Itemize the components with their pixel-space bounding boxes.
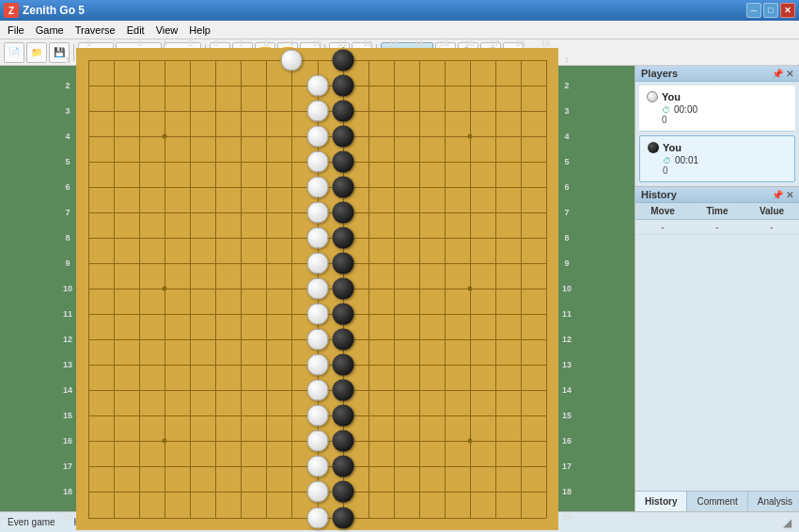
v-line-17 bbox=[521, 60, 522, 518]
col-time: Time bbox=[690, 205, 744, 217]
menu-traverse[interactable]: Traverse bbox=[70, 23, 121, 38]
star-point bbox=[163, 439, 167, 444]
white-stone-1-9 bbox=[281, 49, 303, 70]
coord-top-7: 7 bbox=[228, 39, 254, 48]
history-pin[interactable]: 📌 ✕ bbox=[772, 190, 793, 200]
bottom-tabs: History Comment Analysis bbox=[635, 491, 799, 511]
white-stone-14-10 bbox=[306, 380, 328, 401]
player2-time: 00:01 bbox=[675, 155, 698, 165]
player1-time: 00:00 bbox=[674, 104, 697, 115]
white-stone-4-10 bbox=[306, 125, 328, 147]
board-row: 1 2 3 4 5 6 7 8 9 10 11 12 13 14 15 16 1 bbox=[59, 48, 575, 530]
white-stone-11-10 bbox=[306, 304, 328, 325]
v-line-16 bbox=[495, 60, 496, 518]
board-container: 1 2 3 4 5 6 7 8 9 10 11 12 13 14 15 16 1… bbox=[0, 66, 634, 511]
col-value: Value bbox=[744, 205, 799, 217]
v-line-12 bbox=[394, 60, 395, 518]
player1-card: You ⏱ 00:00 0 bbox=[639, 86, 795, 132]
maximize-button[interactable]: □ bbox=[763, 3, 778, 18]
black-stone-3-11 bbox=[332, 100, 353, 121]
white-stone-15-10 bbox=[306, 405, 328, 427]
star-point bbox=[163, 133, 167, 138]
player2-time-row: ⏱ 00:01 bbox=[663, 155, 787, 165]
player1-name-row: You bbox=[647, 91, 788, 102]
title-bar: Z Zenith Go 5 ─ □ ✕ bbox=[0, 0, 799, 21]
coord-top-13: 13 bbox=[381, 39, 406, 48]
main-area: 1 2 3 4 5 6 7 8 9 10 11 12 13 14 15 16 1… bbox=[0, 66, 799, 511]
black-stone-10-11 bbox=[332, 278, 353, 300]
white-stone-5-10 bbox=[306, 150, 328, 172]
tab-analysis[interactable]: Analysis bbox=[748, 492, 799, 511]
white-stone-16-10 bbox=[306, 430, 328, 452]
black-stone-4-11 bbox=[332, 125, 353, 147]
player2-captures: 0 bbox=[663, 165, 787, 176]
black-stone-18-11 bbox=[332, 481, 353, 503]
players-pin[interactable]: 📌 ✕ bbox=[772, 69, 793, 79]
star-point bbox=[163, 287, 167, 291]
black-stone-2-11 bbox=[332, 74, 353, 96]
player2-card: You ⏱ 00:01 0 bbox=[639, 135, 795, 182]
minimize-button[interactable]: ─ bbox=[746, 3, 761, 18]
clock-icon-1: ⏱ bbox=[662, 105, 670, 115]
white-stone-7-10 bbox=[306, 201, 328, 223]
white-stone-8-10 bbox=[306, 227, 328, 248]
tab-history[interactable]: History bbox=[635, 492, 687, 511]
app-icon: Z bbox=[4, 3, 19, 18]
coord-top-11: 11 bbox=[330, 39, 355, 48]
player2-stone-icon bbox=[648, 142, 659, 153]
coord-top-10: 10 bbox=[305, 39, 330, 48]
white-stone-19-10 bbox=[306, 507, 328, 528]
coord-top-4: 4 bbox=[152, 39, 178, 48]
menu-view[interactable]: View bbox=[150, 23, 184, 38]
player1-captures: 0 bbox=[662, 115, 788, 125]
menu-game[interactable]: Game bbox=[30, 23, 70, 38]
history-header: History 📌 ✕ bbox=[635, 187, 799, 203]
star-point bbox=[467, 133, 472, 138]
black-stone-9-11 bbox=[332, 252, 353, 274]
white-stone-10-10 bbox=[306, 278, 328, 300]
menu-file[interactable]: File bbox=[2, 23, 30, 38]
players-panel: Players 📌 ✕ You ⏱ 00:00 0 You bbox=[635, 66, 799, 186]
white-stone-18-10 bbox=[306, 481, 328, 503]
black-stone-17-11 bbox=[332, 456, 353, 477]
history-time-0: - bbox=[690, 222, 744, 232]
white-stone-12-10 bbox=[306, 329, 328, 351]
history-header-row: Move Time Value bbox=[635, 203, 799, 220]
coord-top-12: 12 bbox=[355, 39, 381, 48]
v-line-11 bbox=[368, 60, 369, 518]
coord-top-5: 5 bbox=[178, 39, 203, 48]
right-panel: Players 📌 ✕ You ⏱ 00:00 0 You bbox=[634, 66, 799, 511]
black-stone-14-11 bbox=[332, 380, 353, 401]
tab-comment[interactable]: Comment bbox=[687, 492, 747, 511]
go-board[interactable] bbox=[76, 48, 558, 530]
player1-stone-icon bbox=[647, 91, 658, 102]
white-stone-17-10 bbox=[306, 456, 328, 477]
clock-icon-2: ⏱ bbox=[663, 156, 671, 165]
open-button[interactable]: 📁 bbox=[26, 42, 47, 63]
col-move: Move bbox=[635, 205, 690, 217]
coord-top-1: 1 bbox=[76, 39, 102, 48]
coord-top-16: 16 bbox=[457, 39, 482, 48]
resize-grip: ◢ bbox=[783, 516, 791, 529]
black-stone-1-11 bbox=[332, 49, 353, 70]
v-line-14 bbox=[445, 60, 446, 518]
black-stone-15-11 bbox=[332, 405, 353, 427]
close-button[interactable]: ✕ bbox=[780, 3, 795, 18]
coord-right: 1 2 3 4 5 6 7 8 9 10 11 12 13 14 15 16 1 bbox=[558, 48, 575, 530]
player2-name-row: You bbox=[648, 142, 787, 153]
new-button[interactable]: 📄 bbox=[4, 42, 24, 63]
coord-top-18: 18 bbox=[508, 39, 533, 48]
menu-help[interactable]: Help bbox=[183, 23, 216, 38]
black-stone-16-11 bbox=[332, 430, 353, 452]
history-panel: History 📌 ✕ Move Time Value - - - Histor… bbox=[635, 186, 799, 511]
player2-name: You bbox=[663, 142, 682, 153]
black-stone-8-11 bbox=[332, 227, 353, 248]
v-line-13 bbox=[419, 60, 420, 518]
player1-time-row: ⏱ 00:00 bbox=[662, 104, 788, 115]
coord-top-8: 8 bbox=[254, 39, 279, 48]
history-move-0: - bbox=[635, 222, 690, 232]
white-stone-6-10 bbox=[306, 176, 328, 197]
black-stone-7-11 bbox=[332, 201, 353, 223]
title-bar-left: Z Zenith Go 5 bbox=[4, 3, 85, 18]
menu-edit[interactable]: Edit bbox=[121, 23, 150, 38]
